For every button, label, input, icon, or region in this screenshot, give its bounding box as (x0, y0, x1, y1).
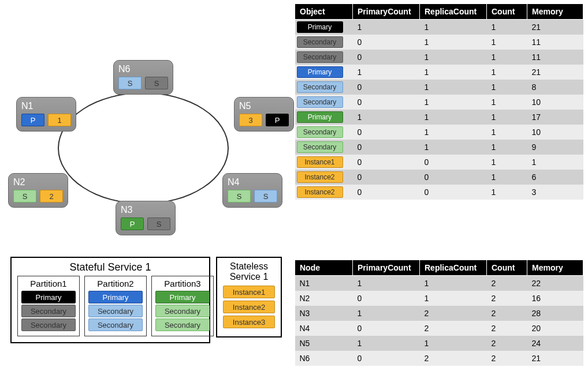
table-header: Memory (527, 260, 583, 276)
table-row: Secondary0119 (295, 140, 583, 155)
table-cell: 1 (420, 125, 487, 140)
table-cell: 1 (487, 65, 527, 80)
stateful-service-legend: Stateful Service 1 Partition1PrimarySeco… (10, 257, 210, 343)
table-cell: 21 (527, 351, 583, 366)
cluster-node-n2: N2S2 (8, 173, 68, 208)
table-cell: 1 (420, 140, 487, 155)
table-cell: 1 (420, 291, 487, 306)
table-cell: 0 (353, 140, 420, 155)
table-cell: 1 (487, 125, 527, 140)
table-cell: 10 (527, 95, 583, 110)
table-cell: 20 (527, 321, 583, 336)
cluster-ring-diagram: N1P1N2S2N3PSN4SSN53PN6SS (6, 58, 289, 237)
table-cell: 1 (487, 80, 527, 95)
table-cell: 24 (527, 336, 583, 351)
table-cell: 1 (487, 170, 527, 185)
replica-slot: 1 (48, 114, 71, 126)
object-badge: Instance2 (297, 171, 343, 183)
table-cell: 0 (353, 291, 420, 306)
replica-label: Secondary (88, 318, 143, 331)
replica-slot: S (147, 217, 170, 230)
node-label: N4 (228, 177, 277, 187)
table-cell: 0 (353, 185, 420, 200)
table-cell: N5 (295, 336, 353, 351)
node-label: N2 (13, 177, 63, 187)
table-cell: 17 (527, 110, 583, 125)
table-cell: 0 (353, 50, 420, 65)
table-cell: 1 (353, 110, 420, 125)
object-badge: Primary (297, 66, 343, 78)
node-metrics-table: NodePrimaryCountReplicaCountCountMemoryN… (295, 260, 583, 366)
partition-box: Partition1PrimarySecondarySecondary (17, 276, 80, 336)
table-cell: 0 (353, 321, 420, 336)
table-cell: 11 (527, 35, 583, 50)
table-cell: 6 (527, 170, 583, 185)
object-badge: Instance2 (297, 186, 343, 198)
table-row: N201216 (295, 291, 583, 306)
instance-label: Instance3 (223, 316, 275, 328)
table-cell: 10 (527, 125, 583, 140)
table-cell: 0 (353, 35, 420, 50)
table-cell: 1 (527, 155, 583, 170)
cluster-node-n5: N53P (234, 97, 294, 132)
partition-box: Partition3PrimarySecondarySecondary (151, 276, 214, 336)
table-cell: 1 (420, 336, 487, 351)
table-cell: 0 (420, 185, 487, 200)
table-header: ReplicaCount (420, 4, 487, 20)
table-row: N602221 (295, 351, 583, 366)
table-row: Instance20013 (295, 185, 583, 200)
partition-title: Partition1 (21, 279, 76, 288)
table-cell: 1 (487, 140, 527, 155)
object-badge: Primary (297, 21, 343, 33)
table-cell: N1 (295, 276, 353, 291)
replica-slot: S (13, 190, 36, 202)
table-cell: 2 (487, 321, 527, 336)
table-cell: 1 (420, 35, 487, 50)
object-badge: Primary (297, 111, 343, 123)
table-cell: 1 (353, 65, 420, 80)
table-cell: 1 (420, 80, 487, 95)
table-cell: 0 (420, 170, 487, 185)
table-cell: 1 (487, 50, 527, 65)
stateless-title: Stateless Service 1 (223, 261, 275, 282)
table-cell: 2 (420, 306, 487, 321)
table-cell: 2 (487, 291, 527, 306)
object-badge: Secondary (297, 36, 343, 48)
table-row: Primary11117 (295, 110, 583, 125)
replica-slot: 3 (239, 114, 262, 126)
table-header: Memory (527, 4, 583, 20)
table-cell: N2 (295, 291, 353, 306)
table-row: N402220 (295, 321, 583, 336)
partition-box: Partition2PrimarySecondarySecondary (84, 276, 147, 336)
replica-label: Primary (21, 291, 76, 303)
replica-label: Secondary (21, 305, 76, 317)
replica-label: Secondary (155, 305, 210, 317)
table-cell: 2 (487, 351, 527, 366)
table-header: Count (487, 260, 527, 276)
table-header: ReplicaCount (420, 260, 487, 276)
stateful-title: Stateful Service 1 (17, 261, 203, 273)
object-badge: Secondary (297, 96, 343, 108)
table-cell: 0 (353, 125, 420, 140)
cluster-node-n6: N6SS (113, 60, 173, 95)
table-cell: 1 (420, 20, 487, 35)
table-cell: 11 (527, 50, 583, 65)
node-label: N1 (21, 101, 71, 111)
table-cell: 2 (487, 276, 527, 291)
table-row: Primary11121 (295, 65, 583, 80)
object-badge: Secondary (297, 81, 343, 93)
table-header: PrimaryCount (353, 4, 420, 20)
table-cell: 1 (487, 20, 527, 35)
instance-label: Instance2 (223, 301, 275, 313)
table-cell: 1 (420, 65, 487, 80)
replica-label: Primary (155, 291, 210, 303)
table-row: N511224 (295, 336, 583, 351)
replica-slot: P (121, 217, 144, 230)
object-badge: Secondary (297, 126, 343, 138)
table-cell: 1 (487, 155, 527, 170)
replica-slot: P (266, 114, 289, 126)
table-row: Secondary01110 (295, 125, 583, 140)
table-header: Node (295, 260, 353, 276)
table-cell: 2 (420, 351, 487, 366)
table-row: Secondary01111 (295, 35, 583, 50)
